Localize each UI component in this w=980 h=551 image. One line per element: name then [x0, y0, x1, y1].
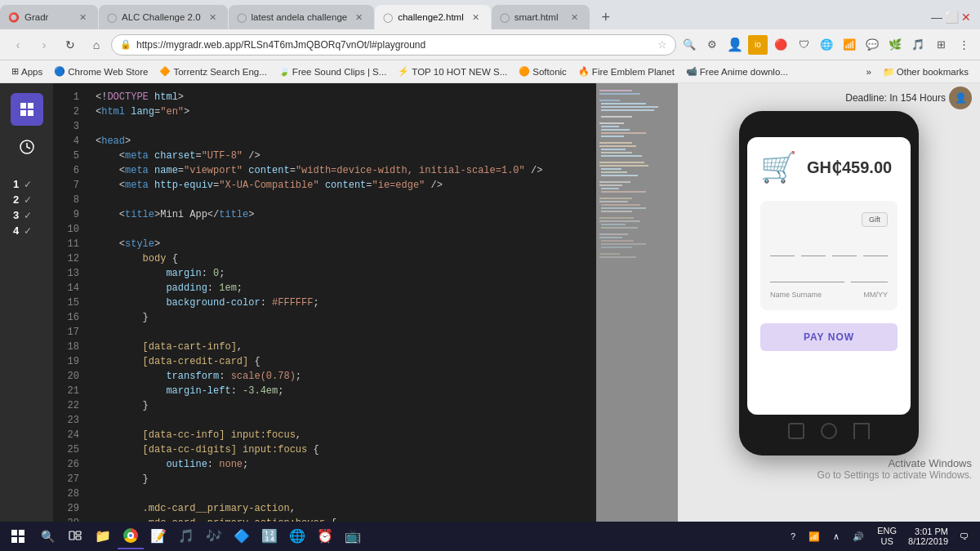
card-field-4[interactable]	[863, 238, 888, 256]
close-button[interactable]: ✕	[960, 11, 972, 23]
bookmark-top10[interactable]: ⚡ TOP 10 HOT NEW S...	[393, 64, 512, 78]
taskbar-vlc[interactable]: 🎵	[173, 523, 199, 549]
svg-rect-44	[601, 247, 632, 248]
svg-rect-45	[599, 253, 620, 255]
svg-rect-19	[601, 149, 626, 150]
taskbar-clock[interactable]: ⏰	[312, 523, 338, 549]
name-label: Name Surname	[770, 291, 822, 299]
ext1-icon[interactable]: 🔴	[771, 35, 791, 55]
taskbar-network[interactable]: 📶	[804, 531, 825, 542]
reload-button[interactable]: ↻	[59, 33, 82, 56]
step-number: 1	[13, 178, 19, 190]
other-bookmarks-button[interactable]: 📁 Other bookmarks	[878, 64, 973, 79]
taskbar-notification[interactable]: 🗨	[955, 531, 973, 541]
bookmark-label: Free Anime downlo...	[700, 67, 788, 77]
home-button[interactable]: ⌂	[85, 33, 108, 56]
tab-title: latest andela challenge	[252, 12, 348, 22]
taskbar-notepad[interactable]: 📝	[145, 523, 172, 549]
bookmark-softonic[interactable]: 🟠 Softonic	[514, 64, 572, 78]
card-field-3[interactable]	[832, 238, 857, 256]
taskbar-itunes[interactable]: 🎶	[201, 523, 227, 549]
tab-close[interactable]: ✕	[206, 11, 220, 24]
date-text: 8/12/2019	[908, 536, 948, 546]
code-editor: 12345678910 11121314151617181920 2122232…	[53, 83, 596, 522]
grid-icon[interactable]: ⊞	[931, 35, 951, 55]
tab-challenge2[interactable]: ◯ challenge2.html ✕	[375, 5, 491, 29]
phone-recent-icon	[853, 423, 870, 439]
phone-screen: 🛒 GH₵459.00 Gift	[747, 137, 911, 415]
back-button[interactable]: ‹	[7, 33, 29, 56]
ext2-icon[interactable]: 🛡	[794, 35, 813, 55]
start-button[interactable]	[3, 522, 33, 551]
io-icon[interactable]: io	[748, 35, 768, 55]
bookmark-anime[interactable]: 📹 Free Anime downlo...	[681, 64, 793, 78]
ext5-icon[interactable]: 🌿	[885, 35, 905, 55]
tab-title: challenge2.html	[398, 12, 464, 22]
gift-button[interactable]: Gift	[862, 212, 888, 227]
tab-smart[interactable]: ◯ smart.html ✕	[492, 5, 590, 29]
taskbar-lang[interactable]: ENG US	[872, 526, 902, 547]
bookmark-chrome-store[interactable]: 🔵 Chrome Web Store	[49, 64, 153, 78]
taskbar-taskview[interactable]	[62, 523, 88, 549]
pay-now-button[interactable]: PAY NOW	[760, 323, 898, 351]
bookmark-torrentz[interactable]: 🔶 Torrentz Search Eng...	[154, 64, 271, 78]
taskbar-search-button[interactable]: 🔍	[34, 523, 60, 549]
new-tab-button[interactable]: +	[594, 5, 618, 29]
cart-header: 🛒 GH₵459.00	[760, 150, 898, 184]
step-check-icon: ✓	[24, 179, 32, 190]
profile-icon[interactable]: 👤	[725, 35, 745, 55]
code-editor-area[interactable]: 12345678910 11121314151617181920 2122232…	[53, 83, 596, 522]
ext3-icon[interactable]: 🌐	[817, 35, 836, 55]
ext6-icon[interactable]: 🎵	[908, 35, 928, 55]
tab-close[interactable]: ✕	[568, 11, 581, 24]
ext4-icon[interactable]: 📶	[840, 35, 859, 55]
search-icon[interactable]: 🔍	[679, 35, 699, 55]
svg-rect-28	[599, 184, 622, 186]
tab-close[interactable]: ✕	[469, 11, 483, 24]
address-bar[interactable]: 🔒 https://mygradr.web.app/RLSn4T6mJmQBOR…	[111, 34, 676, 56]
menu-icon[interactable]: ⋮	[954, 35, 973, 55]
star-icon[interactable]: ☆	[657, 38, 667, 51]
taskbar-overflow[interactable]: ∧	[828, 531, 844, 542]
forward-button[interactable]: ›	[33, 33, 56, 56]
taskbar-volume[interactable]: 🔊	[848, 531, 869, 542]
sidebar-home-button[interactable]	[11, 93, 43, 126]
taskbar-chrome[interactable]	[118, 523, 144, 549]
phone-notch	[804, 124, 853, 131]
skype-icon[interactable]: 💬	[862, 35, 882, 55]
svg-rect-13	[601, 126, 619, 127]
svg-rect-6	[599, 93, 640, 95]
maximize-button[interactable]: ⬜	[946, 11, 957, 23]
bookmarks-overflow-button[interactable]: »	[861, 65, 875, 78]
bookmark-apps[interactable]: ⊞ Apps	[7, 64, 47, 78]
card-field-2[interactable]	[801, 238, 826, 256]
cart-icon: 🛒	[760, 150, 797, 184]
taskbar-unknown1[interactable]: 🔷	[229, 523, 255, 549]
taskbar-time[interactable]: 3:01 PM 8/12/2019	[905, 527, 951, 546]
taskbar-calc[interactable]: 🔢	[256, 523, 283, 549]
tab-alc[interactable]: ◯ ALC Challenge 2.0 ✕	[99, 5, 228, 29]
tab-gradr[interactable]: ⭕ Gradr ✕	[0, 5, 98, 29]
tab-title: Gradr	[24, 12, 71, 22]
card-name-field[interactable]	[770, 264, 844, 282]
bookmark-fire-emblem[interactable]: 🔥 Fire Emblem Planet	[573, 64, 679, 78]
taskbar-unknown2[interactable]: 📺	[340, 523, 366, 549]
extension-icon[interactable]: ⚙	[702, 35, 722, 55]
bookmark-freesound[interactable]: 🍃 Free Sound Clips | S...	[274, 64, 391, 78]
sidebar-clock-button[interactable]	[11, 131, 43, 163]
taskbar-help[interactable]: ?	[786, 531, 800, 541]
tab-close[interactable]: ✕	[352, 11, 366, 24]
svg-rect-12	[599, 122, 624, 124]
taskbar-file-explorer[interactable]: 📁	[90, 523, 116, 549]
tab-close[interactable]: ✕	[76, 11, 90, 24]
code-content[interactable]: <!DOCTYPE html> <html lang="en"> <head> …	[86, 83, 596, 522]
svg-rect-35	[601, 211, 632, 212]
card-field-1[interactable]	[770, 238, 795, 256]
tab-icon: ◯	[500, 12, 510, 23]
tab-latest-andela[interactable]: ◯ latest andela challenge ✕	[229, 5, 375, 29]
minimize-button[interactable]: —	[931, 11, 942, 23]
card-date-field[interactable]	[851, 264, 888, 282]
step-check-icon: ✓	[24, 210, 32, 221]
taskbar: 🔍 📁 📝 🎵 🎶 🔷 🔢 🌐 ⏰ 📺 ? 📶 ∧ 🔊 ENG US 3:01 …	[0, 522, 980, 551]
taskbar-explorer[interactable]: 🌐	[284, 523, 310, 549]
